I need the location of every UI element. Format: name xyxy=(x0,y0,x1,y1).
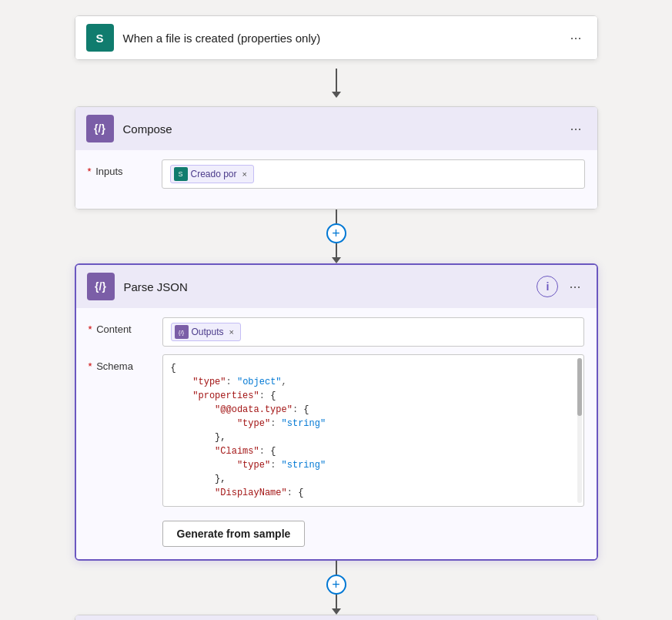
plus-circle-1[interactable]: + xyxy=(326,223,346,243)
parse-json-info-button[interactable]: i xyxy=(537,276,558,297)
compose1-inputs-box[interactable]: S Creado por × xyxy=(162,159,585,189)
compose1-token-chip: S Creado por × xyxy=(170,165,254,183)
trigger-card: S When a file is created (properties onl… xyxy=(75,15,598,60)
parse-json-icon-box: {/} xyxy=(87,273,115,300)
parse-json-schema-row: * Schema { "type": "object", "properties… xyxy=(89,354,584,507)
trigger-card-title: When a file is created (properties only) xyxy=(123,32,557,45)
trigger-icon-letter: S xyxy=(95,32,103,45)
parse-json-dots-button[interactable]: ··· xyxy=(564,278,585,295)
parse-json-schema-box[interactable]: { "type": "object", "properties": { "@@o… xyxy=(162,354,584,507)
parse-json-card-title: Parse JSON xyxy=(124,280,528,293)
compose1-chip-text: Creado por xyxy=(191,169,237,179)
compose1-dots-button[interactable]: ··· xyxy=(565,120,586,137)
plus-line-top-1 xyxy=(336,209,337,223)
trigger-card-header: S When a file is created (properties onl… xyxy=(75,16,597,59)
arrow-line-1 xyxy=(336,69,337,92)
parse-json-card-body: * Content {/} Outputs × * Schema xyxy=(76,308,597,559)
compose1-icon-box: {/} xyxy=(86,115,114,142)
compose1-card: {/} Compose ··· * Inputs S Creado por × xyxy=(75,106,598,209)
compose1-chip-icon: S xyxy=(174,167,188,181)
schema-line-9: "DisplayName": { xyxy=(171,486,576,500)
parse-json-icon: {/} xyxy=(95,280,106,293)
parse-json-required-star: * xyxy=(89,323,92,335)
parse-json-schema-scroll[interactable]: { "type": "object", "properties": { "@@o… xyxy=(171,361,576,500)
parse-json-chip-text: Outputs xyxy=(192,327,224,337)
schema-line-1: "type": "object", xyxy=(171,375,576,389)
parse-json-token-chip: {/} Outputs × xyxy=(171,323,241,341)
parse-json-schema-star: * xyxy=(89,360,92,372)
parse-json-card: {/} Parse JSON i ··· * Content {/} xyxy=(75,263,598,561)
schema-line-4: "type": "string" xyxy=(171,417,576,431)
parse-json-chip-icon: {/} xyxy=(175,325,189,339)
parse-json-content-row: * Content {/} Outputs × xyxy=(89,317,584,347)
schema-scrollbar-track xyxy=(577,358,582,503)
compose1-card-title: Compose xyxy=(123,122,557,136)
compose1-inputs-label: * Inputs xyxy=(88,159,149,177)
trigger-card-menu: ··· xyxy=(565,29,586,46)
trigger-icon-box: S xyxy=(86,24,114,52)
compose1-icon: {/} xyxy=(94,122,105,135)
parse-json-card-menu: i ··· xyxy=(537,276,585,297)
arrow-head-1 xyxy=(332,92,341,98)
compose1-chip-close[interactable]: × xyxy=(242,169,247,179)
compose1-required-star: * xyxy=(88,166,92,177)
plus-line-bottom-1 xyxy=(336,243,337,257)
plus-circle-2[interactable]: + xyxy=(326,575,346,595)
parse-json-content-label: * Content xyxy=(89,317,150,335)
plus-line-bottom-2 xyxy=(336,595,337,608)
schema-line-7: "type": "string" xyxy=(171,458,576,472)
generate-from-sample-button[interactable]: Generate from sample xyxy=(162,521,306,547)
plus-connector-1: + xyxy=(326,209,346,263)
schema-line-2: "properties": { xyxy=(171,389,576,403)
trigger-dots-button[interactable]: ··· xyxy=(565,29,586,46)
plus-line-top-2 xyxy=(336,561,337,575)
parse-json-content-box[interactable]: {/} Outputs × xyxy=(162,317,584,347)
compose1-card-body: * Inputs S Creado por × xyxy=(75,150,597,209)
plus-arrow-head-1 xyxy=(332,257,341,263)
schema-line-3: "@@odata.type": { xyxy=(171,403,576,417)
plus-arrow-head-2 xyxy=(332,608,341,615)
compose2-card-header: {/} Compose 2 ··· xyxy=(75,615,597,620)
parse-json-card-header: {/} Parse JSON i ··· xyxy=(76,265,597,308)
parse-json-chip-close[interactable]: × xyxy=(229,327,234,337)
schema-line-0: { xyxy=(171,361,576,375)
flow-container: S When a file is created (properties onl… xyxy=(15,15,657,620)
arrow-connector-1 xyxy=(332,60,341,106)
parse-json-schema-label: * Schema xyxy=(89,354,150,372)
compose1-card-menu: ··· xyxy=(565,120,586,137)
info-icon: i xyxy=(547,280,550,293)
compose1-card-header: {/} Compose ··· xyxy=(75,107,597,150)
compose1-inputs-row: * Inputs S Creado por × xyxy=(88,159,585,189)
schema-line-6: "Claims": { xyxy=(171,444,576,458)
compose2-card: {/} Compose 2 ··· * Inputs {/} Email × xyxy=(75,615,598,620)
schema-line-5: }, xyxy=(171,431,576,444)
schema-line-8: }, xyxy=(171,472,576,486)
schema-scrollbar-thumb[interactable] xyxy=(577,358,582,416)
plus-connector-2: + xyxy=(326,561,346,615)
